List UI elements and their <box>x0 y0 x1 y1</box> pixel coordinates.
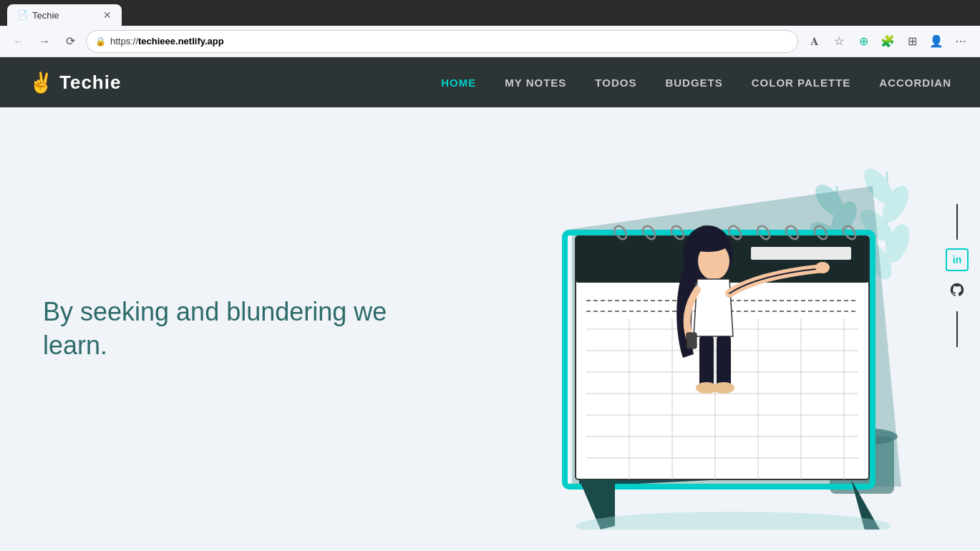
address-bar[interactable]: 🔒 https://techieee.netlify.app <box>86 30 798 53</box>
nav-todos[interactable]: TODOs <box>595 77 636 89</box>
nav-home[interactable]: HOME <box>441 77 476 89</box>
favorites-star-button[interactable]: ☆ <box>828 31 850 52</box>
svg-rect-39 <box>699 336 714 386</box>
url-display: https://techieee.netlify.app <box>110 36 789 47</box>
nav-notes[interactable]: My NOTES <box>505 77 566 89</box>
social-line-top <box>956 204 958 240</box>
tab-close-button[interactable]: ✕ <box>103 9 112 21</box>
svg-rect-37 <box>704 240 716 248</box>
linkedin-icon: in <box>953 254 961 265</box>
github-icon <box>949 282 965 301</box>
svg-point-42 <box>713 382 734 394</box>
url-prefix: https:// <box>110 36 138 47</box>
tab-page-icon: 📄 <box>17 10 28 20</box>
nav-color-palette[interactable]: COLOR PALETTE <box>752 77 851 89</box>
social-sidebar: in <box>946 204 969 347</box>
active-tab[interactable]: 📄 Techie ✕ <box>7 4 122 26</box>
forward-button[interactable]: → <box>34 31 54 52</box>
svg-point-33 <box>576 512 891 530</box>
back-button[interactable]: ← <box>9 31 29 52</box>
edge-icon-button[interactable]: ⊕ <box>853 31 874 52</box>
svg-rect-40 <box>717 336 731 386</box>
hero-quote: By seeking and blundering we learn. <box>43 296 401 363</box>
menu-button[interactable]: ⋯ <box>950 31 971 52</box>
linkedin-button[interactable]: in <box>946 248 969 271</box>
svg-point-38 <box>815 262 830 273</box>
app-logo: ✌ Techie <box>29 71 121 94</box>
logo-text: Techie <box>59 72 121 94</box>
extensions-button[interactable]: 🧩 <box>877 31 898 52</box>
social-line-bottom <box>956 311 958 347</box>
lock-icon: 🔒 <box>95 36 106 47</box>
browser-toolbar: ← → ⟳ 🔒 https://techieee.netlify.app 𝐀 ☆… <box>0 26 980 57</box>
refresh-button[interactable]: ⟳ <box>60 31 80 52</box>
calendar-svg <box>522 129 923 530</box>
read-mode-button[interactable]: 𝐀 <box>804 31 825 52</box>
browser-tabs: 📄 Techie ✕ <box>0 0 980 26</box>
nav-budgets[interactable]: BUDGETs <box>665 77 722 89</box>
toolbar-icons: 𝐀 ☆ ⊕ 🧩 ⊞ 👤 ⋯ <box>804 31 971 52</box>
github-button[interactable] <box>946 280 969 303</box>
browser-chrome: 📄 Techie ✕ ← → ⟳ 🔒 https://techieee.netl… <box>0 0 980 57</box>
collections-button[interactable]: ⊞ <box>901 31 923 52</box>
url-domain: techieee.netlify.app <box>138 36 224 47</box>
main-content: By seeking and blundering we learn. <box>0 107 980 551</box>
tab-title: Techie <box>32 10 59 21</box>
app-navbar: ✌ Techie HOME My NOTES TODOs BUDGETs COL… <box>0 57 980 107</box>
nav-links: HOME My NOTES TODOs BUDGETs COLOR PALETT… <box>441 77 951 89</box>
svg-rect-43 <box>687 333 697 348</box>
hero-text: By seeking and blundering we learn. <box>43 296 401 363</box>
svg-rect-17 <box>751 247 851 260</box>
peace-icon: ✌ <box>29 71 54 94</box>
profile-button[interactable]: 👤 <box>926 31 947 52</box>
nav-accordian[interactable]: ACCORDIAN <box>879 77 951 89</box>
hero-illustration <box>522 129 923 530</box>
